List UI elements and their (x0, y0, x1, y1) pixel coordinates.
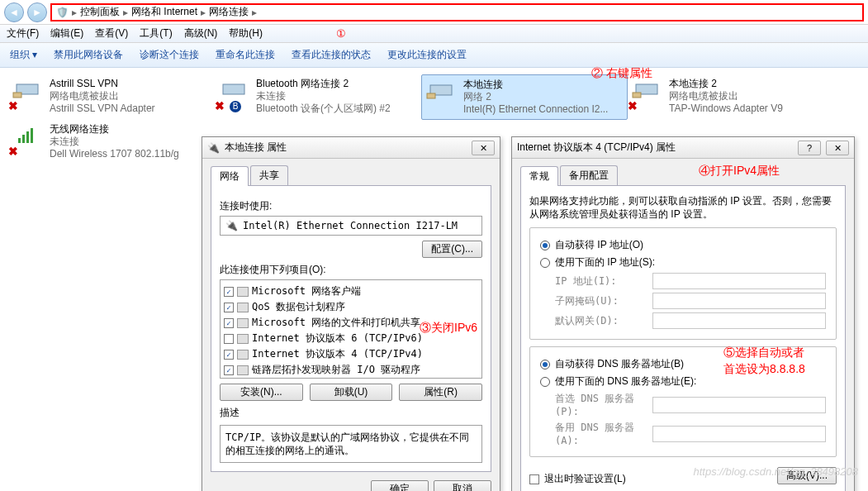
svg-rect-10 (31, 128, 33, 143)
close-button[interactable]: ✕ (826, 141, 849, 155)
breadcrumb[interactable]: 🛡️ ▸ 控制面板 ▸ 网络和 Internet ▸ 网络连接 ▸ (50, 3, 864, 21)
menu-edit[interactable]: 编辑(E) (50, 26, 83, 41)
help-button[interactable]: ? (798, 141, 821, 155)
list-item[interactable]: ✓链路层拓扑发现响应程序 (224, 378, 478, 379)
radio-icon (540, 377, 550, 387)
protocol-icon (237, 318, 249, 328)
nic-icon: 🔌 (207, 142, 220, 154)
protocol-icon (237, 287, 249, 297)
gateway-input[interactable] (652, 312, 826, 329)
bc-control-panel[interactable]: 控制面板 (80, 5, 120, 19)
dialog-title: 本地连接 属性 (225, 141, 287, 155)
menu-advanced[interactable]: 高级(N) (184, 26, 218, 41)
install-button[interactable]: 安装(N)... (220, 384, 303, 401)
toolbar: 组织 ▾ 禁用此网络设备 诊断这个连接 重命名此连接 查看此连接的状态 更改此连… (0, 43, 868, 68)
adapter-field: 🔌 Intel(R) Ethernet Connection I217-LM (220, 216, 482, 236)
checkbox-icon[interactable]: ✓ (224, 287, 234, 297)
list-item[interactable]: ✓Microsoft 网络客户端 (224, 284, 478, 299)
tabs: 常规 备用配置 (520, 165, 846, 186)
dns1-input[interactable] (652, 397, 826, 413)
cancel-button[interactable]: 取消 (434, 480, 491, 491)
bluetooth-icon: B (230, 101, 241, 112)
toolbar-rename[interactable]: 重命名此连接 (216, 48, 275, 62)
dialog-ipv4-props: Internet 协议版本 4 (TCP/IPv4) 属性 ? ✕ 常规 备用配… (511, 136, 855, 491)
list-item-label: Microsoft 网络的文件和打印机共享 (252, 316, 420, 330)
toolbar-organize[interactable]: 组织 ▾ (10, 48, 37, 62)
radio-icon (540, 258, 550, 268)
menu-help[interactable]: 帮助(H) (229, 26, 263, 41)
nic-icon: 🔌 (225, 220, 238, 231)
svg-rect-8 (22, 135, 25, 143)
checkbox-icon (529, 474, 539, 484)
svg-rect-2 (223, 84, 244, 94)
checkbox-icon[interactable]: ✓ (224, 318, 234, 328)
watermark: https://blog.csdn.net/qq_38498208 (694, 465, 859, 478)
ip-group: 自动获得 IP 地址(O) 使用下面的 IP 地址(S): IP 地址(I): … (529, 227, 837, 340)
menu-file[interactable]: 文件(F) (7, 26, 39, 41)
toolbar-diagnose[interactable]: 诊断这个连接 (140, 48, 199, 62)
connection-astrill[interactable]: ✖ Astrill SSL VPN网络电缆被拔出Astrill SSL VPN … (8, 74, 215, 120)
list-item[interactable]: ✓链路层拓扑发现映射器 I/O 驱动程序 (224, 362, 478, 378)
disconnected-icon: ✖ (215, 99, 225, 112)
connection-bluetooth[interactable]: ✖B Bluetooth 网络连接 2未连接Bluetooth 设备(个人区域网… (215, 74, 421, 120)
radio-auto-ip[interactable]: 自动获得 IP 地址(O) (540, 236, 826, 254)
tab-network[interactable]: 网络 (211, 166, 249, 186)
ok-button[interactable]: 确定 (371, 480, 429, 491)
connection-local[interactable]: 本地连接网络 2Intel(R) Ethernet Connection I2.… (421, 74, 628, 120)
svg-rect-6 (633, 93, 641, 98)
tab-alternate[interactable]: 备用配置 (560, 165, 618, 185)
list-item-label: QoS 数据包计划程序 (252, 300, 345, 314)
svg-rect-9 (26, 131, 29, 143)
list-item-label: Internet 协议版本 6 (TCP/IPv6) (252, 331, 423, 346)
protocol-icon (237, 365, 249, 375)
annotation-3: ③关闭IPv6 (420, 321, 477, 336)
bc-network-internet[interactable]: 网络和 Internet (131, 5, 197, 19)
close-button[interactable]: ✕ (472, 141, 495, 155)
dialog-titlebar[interactable]: Internet 协议版本 4 (TCP/IPv4) 属性 ? ✕ (512, 137, 854, 159)
list-item[interactable]: ✓QoS 数据包计划程序 (224, 299, 478, 315)
checkbox-icon[interactable]: ✓ (224, 365, 234, 375)
info-text: 如果网络支持此功能，则可以获取自动指派的 IP 设置。否则，您需要从网络系统管理… (529, 194, 837, 221)
menu-tools[interactable]: 工具(T) (140, 26, 172, 41)
checkbox-icon[interactable]: ✓ (224, 303, 234, 312)
annotation-5b: 首选设为8.8.8.8 (723, 362, 805, 377)
menu-view[interactable]: 查看(V) (95, 26, 128, 41)
list-item-label: 链路层拓扑发现映射器 I/O 驱动程序 (252, 363, 420, 377)
control-panel-icon: 🛡️ (56, 7, 69, 18)
mask-input[interactable] (652, 293, 826, 309)
dns2-input[interactable] (652, 426, 826, 442)
checkbox-icon[interactable] (224, 334, 234, 344)
dialog-title: Internet 协议版本 4 (TCP/IPv4) 属性 (517, 141, 676, 155)
dialog-local-props: 🔌 本地连接 属性 ✕ 网络 共享 连接时使用: 🔌 Intel(R) Ethe… (202, 136, 500, 491)
dialog-titlebar[interactable]: 🔌 本地连接 属性 ✕ (202, 137, 500, 159)
validate-checkbox[interactable]: 退出时验证设置(L) (529, 472, 626, 486)
forward-button[interactable]: ► (27, 2, 47, 22)
description: TCP/IP。该协议是默认的广域网络协议，它提供在不同的相互连接的网络上的通讯。 (220, 425, 482, 463)
bc-network-connections[interactable]: 网络连接 (209, 5, 249, 19)
toolbar-status[interactable]: 查看此连接的状态 (292, 48, 371, 62)
checkbox-icon[interactable]: ✓ (224, 350, 234, 360)
toolbar-change[interactable]: 更改此连接的设置 (387, 48, 467, 62)
list-item-label: Internet 协议版本 4 (TCP/IPv4) (252, 347, 423, 361)
radio-icon (540, 241, 550, 250)
uninstall-button[interactable]: 卸载(U) (310, 384, 393, 401)
annotation-5a: ⑤选择自动或者 (723, 346, 804, 360)
list-item[interactable]: ✓Internet 协议版本 4 (TCP/IPv4) (224, 346, 478, 362)
address-bar: ◄ ► 🛡️ ▸ 控制面板 ▸ 网络和 Internet ▸ 网络连接 ▸ (0, 0, 868, 25)
back-button[interactable]: ◄ (4, 2, 24, 22)
connection-wireless[interactable]: ✖ 无线网络连接未连接Dell Wireless 1707 802.11b/g (8, 120, 215, 164)
list-item-label: Microsoft 网络客户端 (252, 284, 361, 298)
annotation-4: ④打开IPv4属性 (699, 164, 780, 179)
toolbar-disable[interactable]: 禁用此网络设备 (54, 48, 123, 62)
configure-button[interactable]: 配置(C)... (422, 241, 482, 258)
properties-button[interactable]: 属性(R) (399, 384, 482, 401)
radio-manual-ip[interactable]: 使用下面的 IP 地址(S): (540, 254, 826, 271)
svg-rect-4 (427, 93, 435, 98)
tab-sharing[interactable]: 共享 (250, 165, 288, 185)
protocol-icon (237, 303, 249, 312)
protocol-icon (237, 334, 249, 344)
ip-input[interactable] (652, 273, 826, 289)
tab-general[interactable]: 常规 (520, 166, 558, 186)
disconnected-icon: ✖ (628, 99, 638, 112)
connection-local2[interactable]: ✖ 本地连接 2网络电缆被拔出TAP-Windows Adapter V9 (628, 74, 834, 120)
